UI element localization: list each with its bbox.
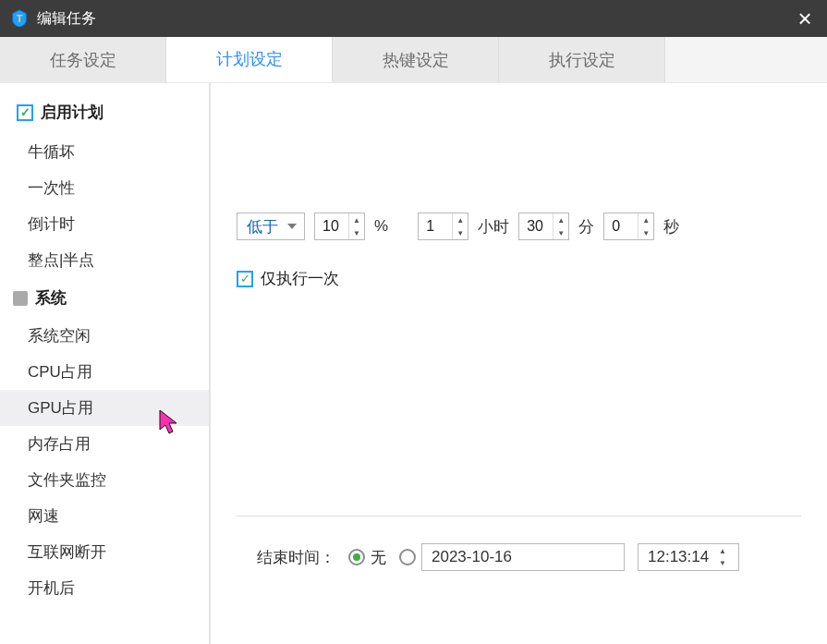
close-button[interactable]: ×	[786, 0, 823, 37]
sidebar-group-system[interactable]: 系统	[0, 278, 209, 318]
sidebar-item-sharp-half[interactable]: 整点|半点	[0, 242, 209, 278]
hours-up-icon[interactable]: ▲	[453, 213, 468, 226]
sidebar-item-net[interactable]: 网速	[0, 498, 209, 534]
tab-hotkey-settings[interactable]: 热键设定	[333, 37, 499, 82]
check-icon: ✓	[237, 271, 253, 287]
mins-unit: 分	[578, 216, 594, 237]
chevron-down-icon	[287, 224, 297, 229]
body: ✓ 启用计划 牛循坏 一次性 倒计时 整点|半点 系统 系统空闲 CPU占用 G…	[0, 83, 827, 644]
main-panel: 低于 ▲ ▼ % ▲ ▼ 小时	[211, 83, 827, 644]
end-time-field[interactable]: 12:13:14 ▲ ▼	[638, 543, 739, 571]
condition-row: 低于 ▲ ▼ % ▲ ▼ 小时	[237, 213, 679, 240]
radio-off-icon	[399, 549, 416, 565]
app-icon: T	[9, 8, 30, 29]
percent-input[interactable]	[315, 213, 348, 239]
percent-up-icon[interactable]: ▲	[349, 213, 364, 226]
enable-plan-checkbox[interactable]: ✓ 启用计划	[0, 98, 209, 134]
sidebar-item-countdown[interactable]: 倒计时	[0, 206, 209, 242]
end-time-date-option[interactable]: 2023-10-16	[399, 543, 625, 571]
end-date-value: 2023-10-16	[432, 548, 512, 566]
compare-dropdown[interactable]: 低于	[237, 213, 305, 240]
end-time-none-label: 无	[371, 547, 386, 568]
percent-unit: %	[374, 217, 388, 236]
end-date-field[interactable]: 2023-10-16	[421, 543, 625, 571]
sidebar-item-offline[interactable]: 互联网断开	[0, 534, 209, 570]
check-icon: ✓	[17, 104, 33, 121]
end-time-value: 12:13:14	[648, 548, 709, 566]
sidebar-item-half-loop[interactable]: 牛循坏	[0, 134, 209, 170]
end-time-label: 结束时间：	[257, 547, 335, 568]
mins-input[interactable]	[519, 213, 553, 239]
window-title: 编辑任务	[37, 9, 96, 29]
tab-plan-settings[interactable]: 计划设定	[166, 37, 333, 82]
tab-task-settings[interactable]: 任务设定	[0, 37, 166, 82]
secs-up-icon[interactable]: ▲	[638, 213, 653, 226]
sidebar-group-system-label: 系统	[35, 287, 67, 309]
sidebar-item-once[interactable]: 一次性	[0, 170, 209, 206]
sidebar-item-mem[interactable]: 内存占用	[0, 426, 209, 462]
hours-down-icon[interactable]: ▼	[453, 226, 468, 239]
time-up-icon[interactable]: ▲	[716, 545, 729, 557]
sidebar-item-gpu[interactable]: GPU占用	[0, 390, 209, 426]
time-down-icon[interactable]: ▼	[716, 557, 729, 569]
tab-bar: 任务设定 计划设定 热键设定 执行设定	[0, 37, 827, 83]
execute-once-label: 仅执行一次	[261, 268, 339, 289]
enable-plan-label: 启用计划	[41, 102, 103, 123]
mins-spinner[interactable]: ▲ ▼	[518, 213, 569, 240]
sidebar-item-idle[interactable]: 系统空闲	[0, 318, 209, 354]
percent-spinner[interactable]: ▲ ▼	[314, 213, 365, 240]
secs-down-icon[interactable]: ▼	[638, 226, 653, 239]
sidebar-item-cpu[interactable]: CPU占用	[0, 354, 209, 390]
end-time-row: 结束时间： 无 2023-10-16 12:13:14 ▲ ▼	[257, 543, 739, 571]
radio-on-icon	[348, 549, 365, 565]
percent-down-icon[interactable]: ▼	[349, 226, 364, 239]
compare-dropdown-label: 低于	[247, 216, 278, 237]
sidebar: ✓ 启用计划 牛循坏 一次性 倒计时 整点|半点 系统 系统空闲 CPU占用 G…	[0, 83, 211, 644]
tab-filler	[665, 37, 827, 82]
collapse-icon	[13, 291, 28, 306]
secs-spinner[interactable]: ▲ ▼	[603, 213, 654, 240]
secs-input[interactable]	[604, 213, 638, 239]
sidebar-item-boot[interactable]: 开机后	[0, 570, 209, 606]
end-time-none-option[interactable]: 无	[348, 547, 386, 568]
secs-unit: 秒	[663, 216, 679, 237]
title-bar: T 编辑任务 ×	[0, 0, 827, 37]
mins-up-icon[interactable]: ▲	[553, 213, 568, 226]
hours-input[interactable]	[419, 213, 452, 239]
tab-exec-settings[interactable]: 执行设定	[499, 37, 665, 82]
svg-text:T: T	[17, 13, 23, 24]
hours-spinner[interactable]: ▲ ▼	[418, 213, 468, 240]
divider	[237, 516, 801, 516]
execute-once-checkbox[interactable]: ✓ 仅执行一次	[237, 268, 339, 289]
mins-down-icon[interactable]: ▼	[553, 226, 568, 239]
hours-unit: 小时	[478, 216, 509, 237]
sidebar-item-folder[interactable]: 文件夹监控	[0, 462, 209, 498]
